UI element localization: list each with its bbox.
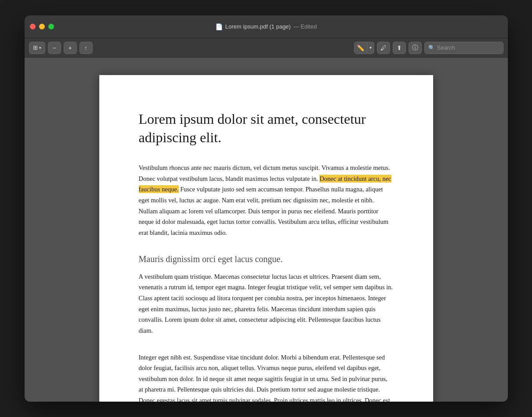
pen-button[interactable]: ✏️ <box>354 42 367 54</box>
search-icon: 🔍 <box>428 45 435 51</box>
sidebar-icon: ⊞ <box>33 44 38 51</box>
document-subtitle: Mauris dignissim orci eget lacus congue. <box>139 254 394 264</box>
toolbar-right: ✏️ ▾ 🖊 ⬆ ⓘ 🔍 <box>354 42 503 54</box>
search-input[interactable] <box>437 44 499 51</box>
share-button[interactable]: ↑ <box>80 42 93 54</box>
pen-tool-group: ✏️ ▾ <box>354 42 374 54</box>
sidebar-toggle-button[interactable]: ⊞ ▾ <box>29 42 45 54</box>
window-title-group: 📄 Lorem ipsum.pdf (1 page) — Edited <box>215 23 317 30</box>
share2-button[interactable]: ⬆ <box>393 42 406 54</box>
toolbar: ⊞ ▾ − + ↑ ✏️ ▾ 🖊 ⬆ <box>25 38 508 58</box>
paragraph-1-after-highlight: Fusce vulputate justo sed sem accumsan t… <box>139 186 388 236</box>
pen-icon: ✏️ <box>357 44 364 51</box>
info-icon: ⓘ <box>412 44 418 52</box>
close-button[interactable] <box>30 24 36 29</box>
share-icon: ↑ <box>84 44 87 51</box>
traffic-lights <box>30 24 54 29</box>
app-window: 📄 Lorem ipsum.pdf (1 page) — Edited ⊞ ▾ … <box>25 15 508 402</box>
zoom-out-icon: − <box>52 44 56 51</box>
sidebar-dropdown-icon: ▾ <box>39 46 41 50</box>
titlebar: 📄 Lorem ipsum.pdf (1 page) — Edited <box>25 15 508 38</box>
document-page: Lorem ipsum dolor sit amet, consectetur … <box>99 75 433 402</box>
edited-label: — Edited <box>293 23 317 30</box>
minimize-button[interactable] <box>39 24 45 29</box>
window-title: Lorem ipsum.pdf (1 page) <box>225 23 291 30</box>
paragraph-3: Integer eget nibh est. Suspendisse vitae… <box>139 352 394 402</box>
zoom-in-button[interactable]: + <box>64 42 77 54</box>
markup-icon: 🖊 <box>380 44 387 51</box>
document-title: Lorem ipsum dolor sit amet, consectetur … <box>139 110 394 147</box>
markup-button[interactable]: 🖊 <box>377 42 390 54</box>
share2-icon: ⬆ <box>397 44 402 51</box>
paragraph-1: Vestibulum rhoncus ante nec mauris dictu… <box>139 162 394 238</box>
search-bar: 🔍 <box>424 42 503 54</box>
pen-dropdown-button[interactable]: ▾ <box>367 42 374 54</box>
info-button[interactable]: ⓘ <box>409 42 422 54</box>
zoom-out-button[interactable]: − <box>48 42 61 54</box>
chevron-down-icon: ▾ <box>369 45 372 50</box>
document-area: Lorem ipsum dolor sit amet, consectetur … <box>25 58 508 402</box>
document-icon: 📄 <box>215 23 223 30</box>
zoom-in-icon: + <box>68 44 72 51</box>
maximize-button[interactable] <box>48 24 54 29</box>
paragraph-2: A vestibulum quam tristique. Maecenas co… <box>139 271 394 336</box>
